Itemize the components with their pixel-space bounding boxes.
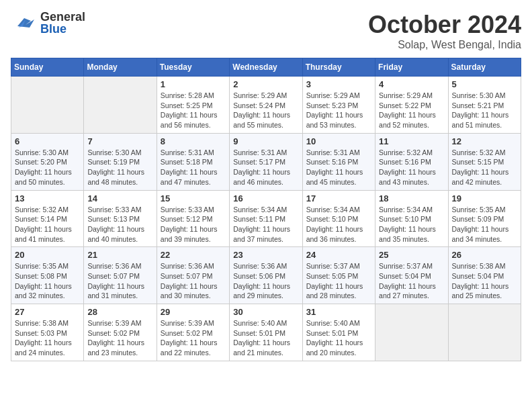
- day-number: 26: [452, 250, 517, 260]
- day-number: 6: [15, 136, 80, 146]
- day-info: Sunrise: 5:36 AMSunset: 5:06 PMDaylight:…: [233, 261, 298, 301]
- day-info: Sunrise: 5:30 AMSunset: 5:20 PMDaylight:…: [15, 148, 80, 187]
- day-info: Sunrise: 5:32 AMSunset: 5:16 PMDaylight:…: [379, 148, 444, 187]
- day-info: Sunrise: 5:30 AMSunset: 5:21 PMDaylight:…: [452, 91, 517, 130]
- day-number: 22: [161, 250, 226, 260]
- calendar-cell: 6Sunrise: 5:30 AMSunset: 5:20 PMDaylight…: [11, 133, 84, 190]
- day-number: 28: [87, 307, 152, 317]
- calendar-cell: 9Sunrise: 5:31 AMSunset: 5:17 PMDaylight…: [230, 133, 302, 190]
- calendar-cell: 20Sunrise: 5:35 AMSunset: 5:08 PMDayligh…: [11, 247, 84, 304]
- day-number: 13: [15, 193, 80, 203]
- day-number: 15: [161, 193, 226, 203]
- logo-general: General: [40, 11, 85, 23]
- calendar-table: SundayMondayTuesdayWednesdayThursdayFrid…: [11, 58, 521, 361]
- day-info: Sunrise: 5:37 AMSunset: 5:05 PMDaylight:…: [306, 261, 371, 301]
- calendar-cell: 18Sunrise: 5:34 AMSunset: 5:10 PMDayligh…: [375, 190, 448, 247]
- day-info: Sunrise: 5:40 AMSunset: 5:01 PMDaylight:…: [233, 318, 298, 358]
- calendar-cell: 13Sunrise: 5:32 AMSunset: 5:14 PMDayligh…: [11, 190, 84, 247]
- calendar-cell: [84, 77, 157, 134]
- location: Solap, West Bengal, India: [368, 39, 521, 51]
- day-number: 5: [452, 79, 517, 89]
- calendar-cell: [448, 304, 521, 361]
- day-number: 7: [87, 136, 152, 146]
- day-number: 18: [379, 193, 444, 203]
- day-info: Sunrise: 5:32 AMSunset: 5:15 PMDaylight:…: [452, 148, 517, 187]
- calendar-cell: 10Sunrise: 5:31 AMSunset: 5:16 PMDayligh…: [302, 133, 375, 190]
- day-number: 3: [306, 79, 371, 89]
- day-number: 31: [306, 307, 371, 317]
- day-info: Sunrise: 5:36 AMSunset: 5:07 PMDaylight:…: [87, 261, 152, 301]
- day-number: 10: [306, 136, 371, 146]
- calendar-cell: 3Sunrise: 5:29 AMSunset: 5:23 PMDaylight…: [302, 77, 375, 134]
- day-number: 1: [161, 79, 226, 89]
- calendar-cell: 21Sunrise: 5:36 AMSunset: 5:07 PMDayligh…: [84, 247, 157, 304]
- calendar-cell: 1Sunrise: 5:28 AMSunset: 5:25 PMDaylight…: [157, 77, 229, 134]
- day-number: 9: [233, 136, 298, 146]
- calendar-week-2: 6Sunrise: 5:30 AMSunset: 5:20 PMDaylight…: [11, 133, 521, 190]
- column-header-tuesday: Tuesday: [157, 58, 229, 77]
- calendar-cell: [375, 304, 448, 361]
- logo-icon: [11, 13, 38, 33]
- calendar-cell: 4Sunrise: 5:29 AMSunset: 5:22 PMDaylight…: [375, 77, 448, 134]
- day-info: Sunrise: 5:36 AMSunset: 5:07 PMDaylight:…: [161, 261, 226, 301]
- day-info: Sunrise: 5:28 AMSunset: 5:25 PMDaylight:…: [161, 91, 226, 130]
- day-info: Sunrise: 5:34 AMSunset: 5:11 PMDaylight:…: [233, 205, 298, 244]
- day-number: 23: [233, 250, 298, 260]
- logo-text: General Blue: [40, 11, 85, 35]
- day-info: Sunrise: 5:39 AMSunset: 5:02 PMDaylight:…: [87, 318, 152, 358]
- calendar-week-5: 27Sunrise: 5:38 AMSunset: 5:03 PMDayligh…: [11, 304, 521, 361]
- day-number: 11: [379, 136, 444, 146]
- day-number: 25: [379, 250, 444, 260]
- day-info: Sunrise: 5:31 AMSunset: 5:18 PMDaylight:…: [161, 148, 226, 187]
- calendar-cell: [11, 77, 84, 134]
- calendar-cell: 15Sunrise: 5:33 AMSunset: 5:12 PMDayligh…: [157, 190, 229, 247]
- day-info: Sunrise: 5:35 AMSunset: 5:09 PMDaylight:…: [452, 205, 517, 244]
- day-info: Sunrise: 5:38 AMSunset: 5:04 PMDaylight:…: [452, 261, 517, 301]
- day-number: 14: [87, 193, 152, 203]
- column-header-monday: Monday: [84, 58, 157, 77]
- calendar-cell: 12Sunrise: 5:32 AMSunset: 5:15 PMDayligh…: [448, 133, 521, 190]
- column-header-sunday: Sunday: [11, 58, 84, 77]
- calendar-cell: 22Sunrise: 5:36 AMSunset: 5:07 PMDayligh…: [157, 247, 229, 304]
- day-number: 17: [306, 193, 371, 203]
- day-number: 24: [306, 250, 371, 260]
- day-info: Sunrise: 5:29 AMSunset: 5:22 PMDaylight:…: [379, 91, 444, 130]
- day-info: Sunrise: 5:40 AMSunset: 5:01 PMDaylight:…: [306, 318, 371, 358]
- day-info: Sunrise: 5:37 AMSunset: 5:04 PMDaylight:…: [379, 261, 444, 301]
- calendar-cell: 2Sunrise: 5:29 AMSunset: 5:24 PMDaylight…: [230, 77, 302, 134]
- day-info: Sunrise: 5:33 AMSunset: 5:12 PMDaylight:…: [161, 205, 226, 244]
- calendar-cell: 27Sunrise: 5:38 AMSunset: 5:03 PMDayligh…: [11, 304, 84, 361]
- day-info: Sunrise: 5:32 AMSunset: 5:14 PMDaylight:…: [15, 205, 80, 244]
- day-info: Sunrise: 5:29 AMSunset: 5:24 PMDaylight:…: [233, 91, 298, 130]
- day-number: 8: [161, 136, 226, 146]
- day-info: Sunrise: 5:35 AMSunset: 5:08 PMDaylight:…: [15, 261, 80, 301]
- day-number: 21: [87, 250, 152, 260]
- calendar-cell: 5Sunrise: 5:30 AMSunset: 5:21 PMDaylight…: [448, 77, 521, 134]
- calendar-cell: 26Sunrise: 5:38 AMSunset: 5:04 PMDayligh…: [448, 247, 521, 304]
- day-number: 20: [15, 250, 80, 260]
- calendar-week-4: 20Sunrise: 5:35 AMSunset: 5:08 PMDayligh…: [11, 247, 521, 304]
- column-header-friday: Friday: [375, 58, 448, 77]
- day-number: 27: [15, 307, 80, 317]
- day-info: Sunrise: 5:30 AMSunset: 5:19 PMDaylight:…: [87, 148, 152, 187]
- calendar-cell: 23Sunrise: 5:36 AMSunset: 5:06 PMDayligh…: [230, 247, 302, 304]
- calendar-cell: 7Sunrise: 5:30 AMSunset: 5:19 PMDaylight…: [84, 133, 157, 190]
- title-block: October 2024 Solap, West Bengal, India: [368, 11, 521, 51]
- day-info: Sunrise: 5:31 AMSunset: 5:16 PMDaylight:…: [306, 148, 371, 187]
- calendar-cell: 14Sunrise: 5:33 AMSunset: 5:13 PMDayligh…: [84, 190, 157, 247]
- calendar-cell: 30Sunrise: 5:40 AMSunset: 5:01 PMDayligh…: [230, 304, 302, 361]
- column-header-saturday: Saturday: [448, 58, 521, 77]
- day-info: Sunrise: 5:29 AMSunset: 5:23 PMDaylight:…: [306, 91, 371, 130]
- calendar-cell: 28Sunrise: 5:39 AMSunset: 5:02 PMDayligh…: [84, 304, 157, 361]
- calendar-cell: 11Sunrise: 5:32 AMSunset: 5:16 PMDayligh…: [375, 133, 448, 190]
- calendar-header-row: SundayMondayTuesdayWednesdayThursdayFrid…: [11, 58, 521, 77]
- day-info: Sunrise: 5:33 AMSunset: 5:13 PMDaylight:…: [87, 205, 152, 244]
- calendar-cell: 24Sunrise: 5:37 AMSunset: 5:05 PMDayligh…: [302, 247, 375, 304]
- day-number: 4: [379, 79, 444, 89]
- day-info: Sunrise: 5:34 AMSunset: 5:10 PMDaylight:…: [379, 205, 444, 244]
- day-info: Sunrise: 5:31 AMSunset: 5:17 PMDaylight:…: [233, 148, 298, 187]
- calendar-cell: 17Sunrise: 5:34 AMSunset: 5:10 PMDayligh…: [302, 190, 375, 247]
- day-number: 29: [161, 307, 226, 317]
- day-number: 19: [452, 193, 517, 203]
- day-info: Sunrise: 5:34 AMSunset: 5:10 PMDaylight:…: [306, 205, 371, 244]
